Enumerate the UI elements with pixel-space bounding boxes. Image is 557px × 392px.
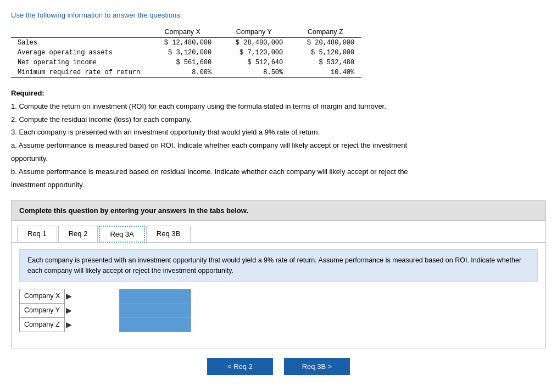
table-row-label: Average operating assets xyxy=(11,48,147,58)
required-line: 1. Compute the return on investment (ROI… xyxy=(11,101,546,113)
company-label: Company Y xyxy=(20,303,65,317)
col-header-x: Company X xyxy=(147,27,218,38)
data-table: Company X Company Y Company Z Sales$ 12,… xyxy=(11,27,361,78)
table-cell: $ 20,480,000 xyxy=(289,38,361,48)
table-cell: 10.40% xyxy=(289,68,361,78)
required-heading: Required: xyxy=(11,88,546,99)
table-cell: 8.00% xyxy=(147,68,218,78)
company-label: Company X xyxy=(20,289,65,303)
table-row-label: Minimum required rate of return xyxy=(11,68,147,78)
tab-req-3b[interactable]: Req 3B xyxy=(146,226,191,243)
intro-text: Use the following information to answer … xyxy=(11,11,546,19)
table-cell: $ 561,600 xyxy=(147,58,218,68)
row-arrow: ▶ xyxy=(65,303,120,317)
tabs-container: Req 1Req 2Req 3AReq 3B Each company is p… xyxy=(11,221,546,349)
tab-description: Each company is presented with an invest… xyxy=(19,249,538,282)
table-cell: 8.50% xyxy=(218,68,289,78)
row-arrow: ▶ xyxy=(65,317,120,332)
company-answer-input[interactable] xyxy=(120,303,191,317)
required-line: 3. Each company is presented with an inv… xyxy=(11,127,546,138)
required-line: opportunity. xyxy=(11,153,546,165)
tab-req-2[interactable]: Req 2 xyxy=(58,226,98,243)
required-line: b. Assume performance is measured based … xyxy=(11,166,546,178)
row-arrow: ▶ xyxy=(65,289,120,303)
table-cell: $ 5,120,000 xyxy=(289,48,361,58)
table-row-label: Net operating income xyxy=(11,58,147,68)
required-line: 2. Compute the residual income (loss) fo… xyxy=(11,114,546,126)
required-line: a. Assume performance is measured based … xyxy=(11,140,546,152)
company-answer-input[interactable] xyxy=(120,289,191,303)
tab-req-3a[interactable]: Req 3A xyxy=(99,226,144,243)
table-row-label: Sales xyxy=(11,38,147,48)
col-header-z: Company Z xyxy=(289,27,361,38)
col-header-y: Company Y xyxy=(218,27,289,38)
complete-bar: Complete this question by entering your … xyxy=(11,200,546,221)
table-cell: $ 532,480 xyxy=(289,58,361,68)
company-answer-input[interactable] xyxy=(120,317,191,332)
prev-button[interactable]: < Req 2 xyxy=(207,358,273,375)
nav-buttons: < Req 2 Req 3B > xyxy=(11,358,546,375)
required-section: Required: 1. Compute the return on inves… xyxy=(11,88,546,191)
company-label: Company Z xyxy=(20,317,65,332)
tabs-row: Req 1Req 2Req 3AReq 3B xyxy=(12,221,545,243)
table-cell: $ 12,480,000 xyxy=(147,38,218,48)
table-cell: $ 7,120,000 xyxy=(218,48,289,58)
answer-table: Company X▶Company Y▶Company Z▶ xyxy=(19,289,191,332)
table-cell: $ 512,640 xyxy=(218,58,289,68)
next-button[interactable]: Req 3B > xyxy=(284,358,350,375)
tab-content-area: Each company is presented with an invest… xyxy=(12,243,545,349)
table-cell: $ 3,120,000 xyxy=(147,48,218,58)
required-line: investment opportunity. xyxy=(11,180,546,191)
table-cell: $ 28,480,000 xyxy=(218,38,289,48)
tab-req-1[interactable]: Req 1 xyxy=(17,226,57,243)
